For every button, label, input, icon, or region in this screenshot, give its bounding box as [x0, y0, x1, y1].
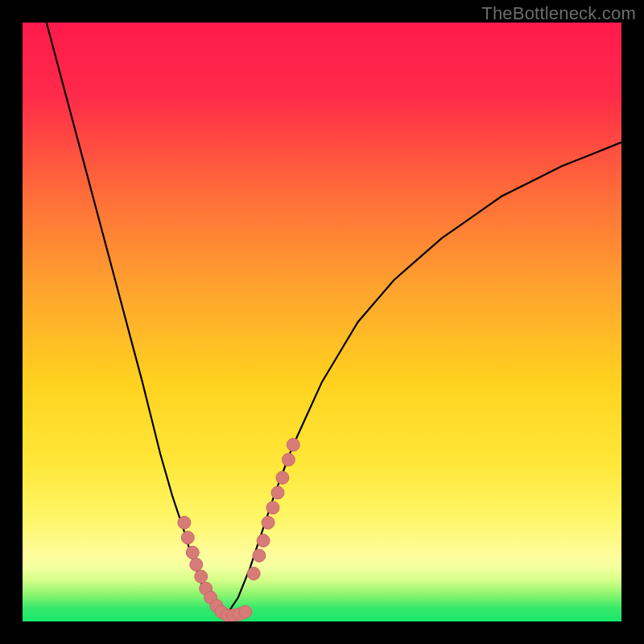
- data-marker: [190, 558, 203, 571]
- data-marker: [181, 531, 194, 544]
- watermark-text: TheBottleneck.com: [481, 3, 636, 24]
- data-marker: [287, 439, 299, 452]
- data-marker: [186, 546, 199, 559]
- data-marker: [271, 486, 284, 499]
- right-curve: [226, 142, 621, 616]
- data-marker: [266, 502, 279, 514]
- data-marker: [282, 453, 295, 466]
- curves-layer: [23, 23, 621, 621]
- data-marker: [195, 570, 208, 583]
- data-marker: [276, 471, 289, 484]
- data-marker: [178, 516, 191, 529]
- data-marker: [253, 549, 266, 562]
- chart-frame: TheBottleneck.com: [0, 0, 644, 644]
- data-marker: [239, 605, 252, 618]
- data-marker: [247, 567, 260, 580]
- data-marker: [262, 516, 275, 529]
- left-curve: [47, 23, 226, 616]
- plot-area: [23, 23, 621, 621]
- data-marker: [257, 535, 270, 547]
